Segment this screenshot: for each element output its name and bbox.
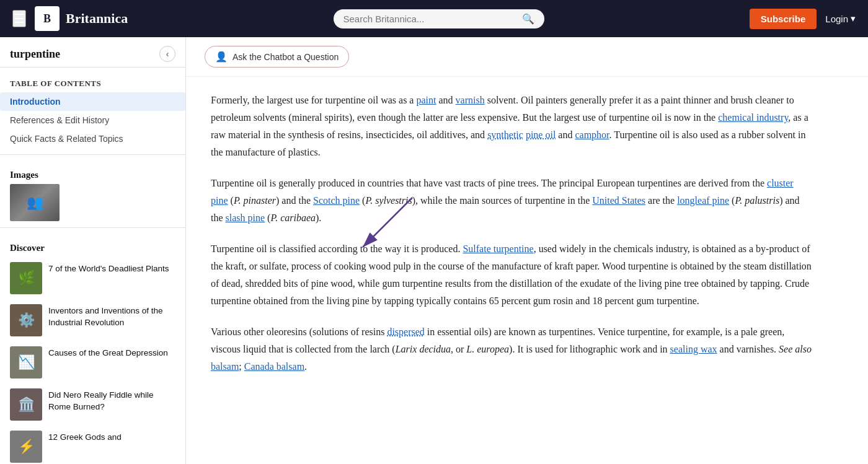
brand-name: Britannica [66, 11, 128, 27]
hamburger-icon[interactable]: ☰ [12, 10, 26, 27]
sidebar-divider-2 [0, 154, 185, 155]
article-body: Formerly, the largest use for turpentine… [186, 77, 837, 414]
toc-heading: Table of Contents [0, 74, 185, 92]
sidebar-article-title: turpentine [10, 48, 60, 61]
discover-label-greek: 12 Greek Gods and [48, 431, 122, 444]
login-label: Login [825, 14, 848, 24]
link-sulfate-turpentine[interactable]: Sulfate turpentine [463, 243, 533, 254]
discover-label-industrial: Inventors and Inventions of the Industri… [48, 304, 175, 329]
link-varnish[interactable]: varnish [456, 95, 485, 105]
discover-item-greek[interactable]: ⚡ 12 Greek Gods and [10, 426, 175, 464]
link-slash-pine[interactable]: slash pine [226, 212, 265, 223]
search-bar: 🔍 [334, 9, 544, 28]
sidebar-collapse-button[interactable]: ‹ [159, 46, 175, 62]
discover-section: 🌿 7 of the World's Deadliest Plants ⚙️ I… [0, 257, 185, 464]
discover-thumb-greek: ⚡ [10, 431, 42, 463]
main-layout: turpentine ‹ Table of Contents Introduct… [0, 37, 868, 464]
login-button[interactable]: Login ▾ [825, 13, 856, 24]
chatbot-icon: 👤 [215, 51, 228, 63]
login-chevron-icon: ▾ [851, 13, 856, 24]
discover-thumb-depression: 📉 [10, 346, 42, 379]
link-dispersed[interactable]: dispersed [387, 326, 424, 337]
brand-logo: B [35, 6, 60, 31]
search-icon[interactable]: 🔍 [522, 13, 534, 25]
chatbot-label: Ask the Chatbot a Question [232, 52, 339, 62]
link-united-states[interactable]: United States [592, 195, 645, 206]
toc-item-quickfacts[interactable]: Quick Facts & Related Topics [0, 129, 185, 148]
images-section-heading: Images [0, 161, 185, 184]
article-paragraph-3: Turpentine oil is classified according t… [211, 240, 812, 310]
discover-thumb-nero: 🏛️ [10, 388, 42, 421]
discover-item-nero[interactable]: 🏛️ Did Nero Really Fiddle while Rome Bur… [10, 383, 175, 426]
toc-item-introduction[interactable]: Introduction [0, 92, 185, 111]
article-paragraph-2: Turpentine oil is generally produced in … [211, 175, 812, 227]
link-paint[interactable]: paint [416, 95, 436, 105]
link-camphor[interactable]: camphor [575, 129, 609, 140]
sidebar-divider [0, 67, 185, 68]
images-thumbnail[interactable] [10, 184, 60, 221]
discover-item-industrial[interactable]: ⚙️ Inventors and Inventions of the Indus… [10, 299, 175, 341]
header-right: Subscribe Login ▾ [750, 9, 856, 29]
discover-label-nero: Did Nero Really Fiddle while Rome Burned… [48, 388, 175, 413]
images-section [0, 184, 185, 227]
discover-thumb-industrial: ⚙️ [10, 304, 42, 336]
chatbot-bar: 👤 Ask the Chatbot a Question [186, 37, 868, 77]
link-longleaf-pine[interactable]: longleaf pine [677, 195, 729, 206]
sidebar: turpentine ‹ Table of Contents Introduct… [0, 37, 186, 464]
header-search: 🔍 [140, 9, 737, 28]
link-canada-balsam[interactable]: Canada balsam [244, 361, 304, 372]
thumbnail-image [10, 184, 60, 221]
content-area: 👤 Ask the Chatbot a Question Formerl [186, 37, 868, 464]
link-pine-oil[interactable]: pine oil [526, 129, 556, 140]
discover-thumb-plants: 🌿 [10, 262, 42, 294]
sidebar-title-bar: turpentine ‹ [0, 37, 185, 67]
header-left: ☰ B Britannica [12, 6, 128, 31]
link-synthetic[interactable]: synthetic [487, 129, 523, 140]
link-sealing-wax[interactable]: sealing wax [670, 344, 717, 354]
chatbot-button[interactable]: 👤 Ask the Chatbot a Question [205, 46, 349, 68]
article-paragraph-1: Formerly, the largest use for turpentine… [211, 92, 812, 161]
link-balsam[interactable]: balsam [211, 361, 239, 372]
search-input[interactable] [343, 14, 517, 24]
discover-label-plants: 7 of the World's Deadliest Plants [48, 262, 169, 275]
subscribe-button[interactable]: Subscribe [750, 9, 817, 29]
sidebar-divider-3 [0, 227, 185, 228]
discover-section-heading: Discover [0, 234, 185, 257]
brand: B Britannica [35, 6, 128, 31]
link-chemical-industry[interactable]: chemical industry [718, 112, 788, 123]
discover-item-depression[interactable]: 📉 Causes of the Great Depression [10, 341, 175, 383]
discover-item-plants[interactable]: 🌿 7 of the World's Deadliest Plants [10, 257, 175, 299]
link-scotch-pine[interactable]: Scotch pine [313, 195, 360, 206]
header: ☰ B Britannica 🔍 Subscribe Login ▾ [0, 0, 868, 37]
article-paragraph-4: Various other oleoresins (solutions of r… [211, 323, 812, 375]
toc-item-references[interactable]: References & Edit History [0, 111, 185, 129]
discover-label-depression: Causes of the Great Depression [48, 346, 168, 359]
